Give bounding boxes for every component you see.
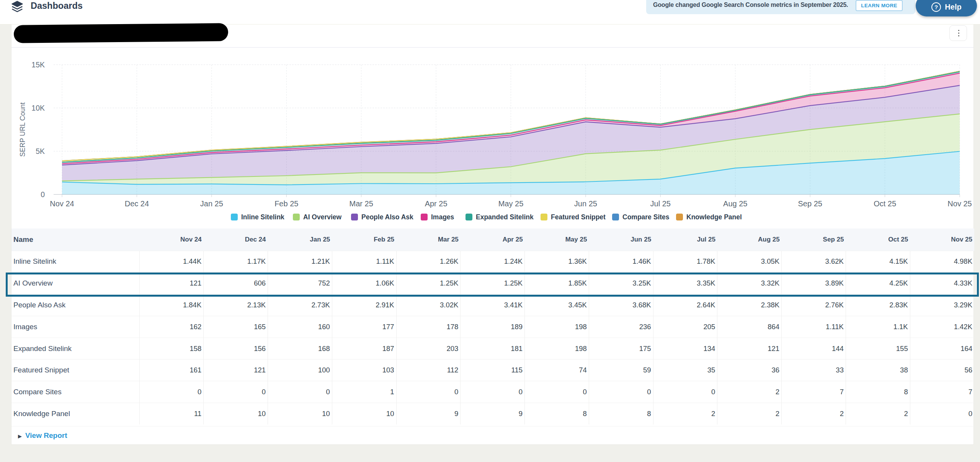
svg-text:?: ? xyxy=(934,4,938,10)
